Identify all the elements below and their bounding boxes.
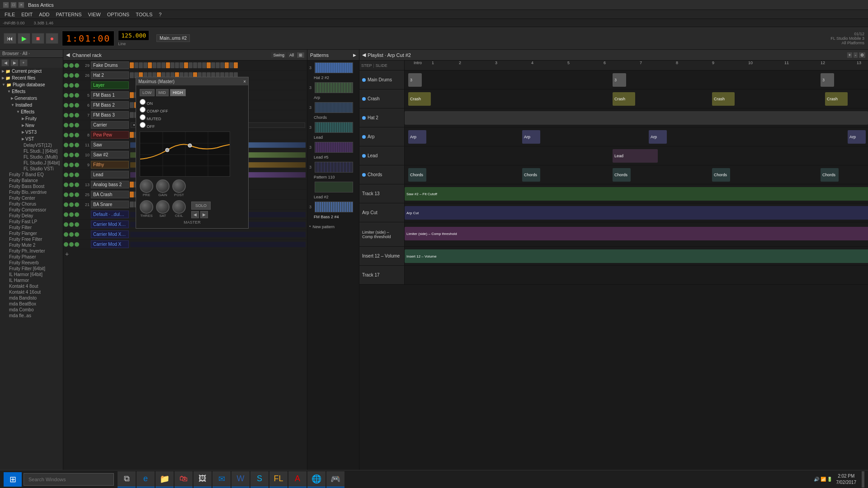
option-muted[interactable]: MUTED — [140, 114, 245, 121]
knob-post[interactable] — [172, 179, 186, 193]
ch-name-carrier-16[interactable]: Carrier Mod X #16 — [91, 230, 129, 238]
plugin-fruity-ph-inverter[interactable]: Fruity Ph..Inverter — [0, 248, 63, 254]
patterns-menu-button[interactable]: ▶ — [353, 53, 356, 57]
vst3-folder-item[interactable]: ▶ VST3 — [20, 129, 63, 136]
window-controls[interactable]: − □ × — [3, 2, 24, 8]
effects-category-item[interactable]: ▼ Effects — [5, 88, 63, 95]
ch-mute-basnare[interactable] — [69, 202, 74, 207]
slide-button[interactable]: SLIDE — [376, 63, 387, 68]
ch-green-led-10[interactable] — [64, 163, 68, 167]
pattern-item-newpattern[interactable]: * New pattern — [307, 220, 359, 234]
option-on[interactable]: ON — [140, 99, 245, 106]
track-content-insert12[interactable]: Insert 12 – Volume — [405, 247, 868, 265]
vst-folder-item[interactable]: ▶ VST — [20, 136, 63, 142]
band-high-button[interactable]: HIGH — [170, 89, 186, 96]
start-button[interactable]: ⊞ — [4, 472, 22, 487]
track-content-hat2[interactable] — [405, 108, 868, 127]
menu-help[interactable]: ? — [156, 11, 164, 18]
ch-solo-led-3[interactable] — [75, 93, 79, 98]
pattern-item-pattern110[interactable]: 3 — [307, 160, 359, 174]
ch-name-basnare[interactable]: BA Snare — [91, 201, 129, 208]
pattern-selector[interactable]: Main..ums #2 — [156, 34, 190, 42]
plugin-fruity-balance[interactable]: Fruity Balance — [0, 178, 63, 183]
solo-button[interactable]: SOLO — [191, 202, 211, 210]
track-content-main-drums[interactable]: 3 3 3 — [405, 70, 868, 89]
knob-sat[interactable] — [156, 200, 170, 214]
plugin-fruity-phaser[interactable]: Fruity Phaser — [0, 254, 63, 260]
browser-back-button[interactable]: ◀ — [1, 59, 9, 66]
ch-mute-led-10[interactable] — [69, 163, 74, 167]
track-label-17[interactable]: Track 17 — [359, 266, 405, 284]
installed-category-item[interactable]: ▼ Installed — [5, 102, 63, 108]
ch-led-dd[interactable] — [64, 212, 68, 217]
ch-name-saw[interactable]: Saw — [91, 141, 129, 149]
plugin-fruity-bloverdrive[interactable]: Fruity Blo..verdrive — [0, 189, 63, 195]
bpm-display[interactable]: 125.000 — [118, 30, 149, 41]
ch-steps-0[interactable] — [129, 62, 239, 68]
taskbar-app-store[interactable]: 🛍 — [175, 471, 193, 488]
ch-mute-led-7[interactable] — [69, 133, 74, 137]
current-project-item[interactable]: ▶ 📁 Current project — [0, 68, 63, 75]
menu-add[interactable]: ADD — [36, 11, 52, 18]
browser-add-button[interactable]: + — [19, 59, 28, 66]
pattern-item-fmbass2[interactable]: 3 — [307, 200, 359, 214]
ch-led-cx[interactable] — [64, 242, 68, 247]
plugin-fruity-delay[interactable]: Fruity Delay — [0, 213, 63, 219]
ch-name-analogbass2[interactable]: Analog bass 2 — [91, 181, 129, 188]
ch-solo-dd[interactable] — [75, 212, 79, 217]
ch-name-saw2[interactable]: Saw #2 — [91, 151, 129, 159]
taskbar-search-input[interactable] — [24, 473, 114, 486]
taskbar-app-skype[interactable]: S — [250, 471, 269, 488]
plugin-fl-studio-j-64[interactable]: FL Studio.J [64bit] — [14, 160, 63, 166]
pattern-item-complex[interactable]: 3 — [307, 61, 359, 75]
ch-mute-led-0[interactable] — [69, 63, 74, 68]
plugin-fruity-filter-64[interactable]: Fruity Filter [64bit] — [0, 266, 63, 272]
ch-solo-led-6[interactable] — [75, 123, 79, 127]
ch-green-led-5[interactable] — [64, 113, 68, 117]
ch-mute-cx[interactable] — [69, 242, 74, 247]
knob-pre[interactable] — [140, 179, 153, 193]
ch-solo-led-0[interactable] — [75, 63, 79, 68]
ch-green-led-9[interactable] — [64, 153, 68, 157]
plugin-fl-studi-64[interactable]: FL Studi..] [64bit] — [14, 148, 63, 154]
ch-name-default-dulation[interactable]: Default · ..dulation X — [91, 211, 129, 218]
knob-ceil[interactable] — [172, 200, 186, 214]
ch-mute-led-2[interactable] — [69, 83, 74, 88]
track-content-chords[interactable]: Chords Chords Chords Chords Chords — [405, 165, 868, 184]
plugin-mda-fleas[interactable]: mda fle..as — [0, 313, 63, 319]
ch-name-fmbass3[interactable]: FM Bass 3 — [91, 111, 129, 119]
plugin-fruity-filter[interactable]: Fruity Filter — [0, 225, 63, 230]
ch-name-carrier-x[interactable]: Carrier Mod X — [91, 240, 129, 248]
taskbar-app-fl[interactable]: FL — [269, 471, 288, 488]
ch-mute-c16[interactable] — [69, 232, 74, 237]
ch-name-fmbass2[interactable]: FM Bass 2 — [91, 101, 129, 109]
ch-solo-led-1[interactable] — [75, 73, 79, 78]
ch-steps-2[interactable] — [129, 82, 131, 88]
ch-green-led-7[interactable] — [64, 133, 68, 137]
taskbar-app-explorer[interactable]: 📁 — [156, 471, 174, 488]
ch-solo-led-2[interactable] — [75, 83, 79, 88]
show-desktop-button[interactable] — [862, 471, 864, 488]
track-label-lead[interactable]: Lead — [359, 146, 405, 165]
ch-solo-c16[interactable] — [75, 232, 79, 237]
track-label-chords[interactable]: Chords — [359, 165, 405, 184]
plugin-fl-studio-vsti[interactable]: FL Studio VSTi — [14, 166, 63, 172]
ch-name-fmbass1[interactable]: FM Bass 1 — [91, 91, 129, 99]
plugin-fruity-bass-boost[interactable]: Fruity Bass Boost — [0, 183, 63, 189]
play-mini-button[interactable]: ▶ — [200, 211, 208, 218]
ch-mute-dd[interactable] — [69, 212, 74, 217]
track-label-13[interactable]: Track 13 — [359, 184, 405, 203]
ch-solo-led-9[interactable] — [75, 153, 79, 157]
track-content-crash[interactable]: Crash Crash Crash Crash — [405, 89, 868, 108]
ch-mute-bacrash[interactable] — [69, 192, 74, 197]
band-mid-button[interactable]: MID — [156, 89, 169, 96]
swing-label[interactable]: Swing — [271, 52, 286, 58]
new-folder-item[interactable]: ▶ New — [20, 122, 63, 129]
ch-mute-led-3[interactable] — [69, 93, 74, 98]
plugin-kontakt-4-8out[interactable]: Kontakt 4 8out — [0, 283, 63, 289]
ch-name-layer[interactable]: Layer — [91, 81, 129, 89]
track-label-arpcut[interactable]: Arp Cut — [359, 203, 405, 222]
prev-button[interactable]: ◀ — [191, 211, 199, 218]
recent-files-item[interactable]: ▶ 📁 Recent files — [0, 75, 63, 81]
ch-mute-led-12[interactable] — [69, 183, 74, 187]
